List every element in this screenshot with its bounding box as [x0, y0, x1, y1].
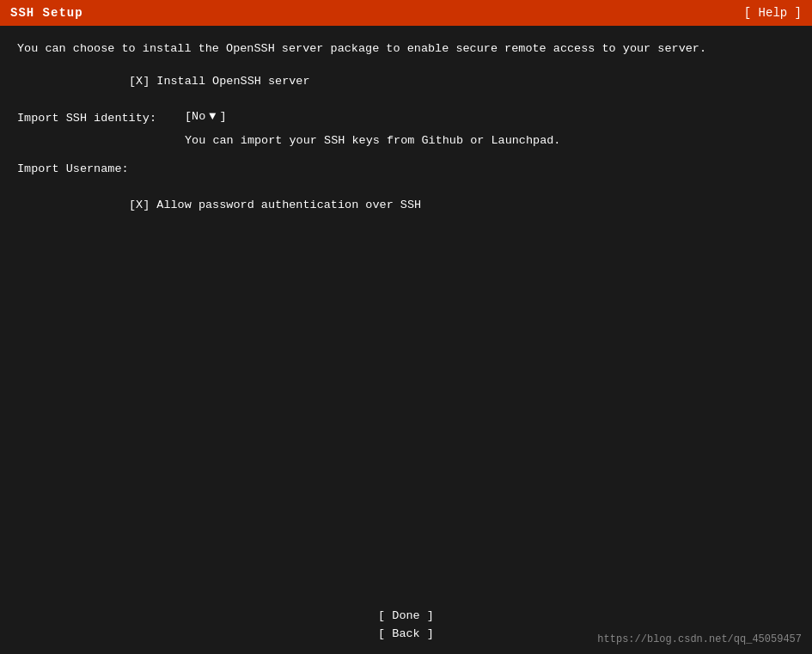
header-title: SSH Setup — [10, 6, 83, 20]
import-identity-label: Import SSH identity: — [17, 107, 185, 128]
allow-password-label: Allow password authentication over SSH — [156, 196, 421, 215]
dropdown-open-bracket: [ — [185, 107, 192, 126]
install-label: Install OpenSSH server — [156, 72, 309, 91]
identity-dropdown[interactable]: [ No ▼ ] — [185, 107, 227, 126]
footer-url: https://blog.csdn.net/qq_45059457 — [597, 633, 802, 645]
dropdown-arrow-icon: ▼ — [209, 107, 216, 126]
dropdown-close-bracket: ] — [219, 107, 226, 126]
install-checkbox[interactable]: [X] — [129, 72, 150, 91]
allow-password-checkbox[interactable]: [X] — [129, 196, 150, 215]
import-username-row: Import Username: — [17, 160, 795, 179]
footer: [ Done ] [ Back ] https://blog.csdn.net/… — [0, 600, 812, 654]
allow-password-row: [X] Allow password authentication over S… — [17, 196, 795, 215]
import-description: You can import your SSH keys from Github… — [17, 131, 795, 150]
footer-buttons: [ Done ] [ Back ] — [378, 607, 434, 644]
done-button[interactable]: [ Done ] — [378, 607, 434, 626]
back-button[interactable]: [ Back ] — [378, 625, 434, 644]
import-identity-row: Import SSH identity: [ No ▼ ] — [17, 107, 795, 128]
header-bar: SSH Setup [ Help ] — [0, 0, 812, 26]
import-username-label: Import Username: — [17, 160, 185, 179]
help-button[interactable]: [ Help ] — [744, 6, 802, 20]
main-content: You can choose to install the OpenSSH se… — [0, 26, 812, 246]
description-text: You can choose to install the OpenSSH se… — [17, 40, 795, 58]
install-openssh-row: [X] Install OpenSSH server — [17, 72, 795, 91]
dropdown-value: No — [192, 107, 205, 126]
